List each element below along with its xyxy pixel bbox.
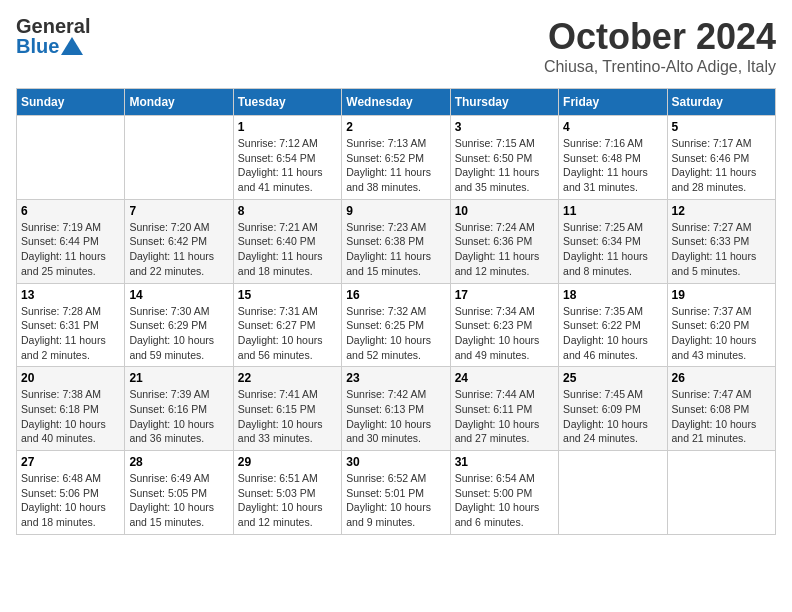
calendar-cell: 17Sunrise: 7:34 AM Sunset: 6:23 PM Dayli… [450, 283, 558, 367]
day-number: 1 [238, 120, 337, 134]
day-number: 26 [672, 371, 771, 385]
day-detail: Sunrise: 7:16 AM Sunset: 6:48 PM Dayligh… [563, 136, 662, 195]
day-detail: Sunrise: 7:25 AM Sunset: 6:34 PM Dayligh… [563, 220, 662, 279]
day-number: 2 [346, 120, 445, 134]
day-detail: Sunrise: 7:37 AM Sunset: 6:20 PM Dayligh… [672, 304, 771, 363]
calendar-cell: 29Sunrise: 6:51 AM Sunset: 5:03 PM Dayli… [233, 451, 341, 535]
day-detail: Sunrise: 6:54 AM Sunset: 5:00 PM Dayligh… [455, 471, 554, 530]
calendar-cell: 2Sunrise: 7:13 AM Sunset: 6:52 PM Daylig… [342, 116, 450, 200]
calendar-cell: 6Sunrise: 7:19 AM Sunset: 6:44 PM Daylig… [17, 199, 125, 283]
day-detail: Sunrise: 7:17 AM Sunset: 6:46 PM Dayligh… [672, 136, 771, 195]
calendar-week-5: 27Sunrise: 6:48 AM Sunset: 5:06 PM Dayli… [17, 451, 776, 535]
svg-marker-0 [61, 37, 83, 55]
day-number: 11 [563, 204, 662, 218]
calendar-cell: 5Sunrise: 7:17 AM Sunset: 6:46 PM Daylig… [667, 116, 775, 200]
logo-general: General [16, 16, 90, 36]
location-title: Chiusa, Trentino-Alto Adige, Italy [544, 58, 776, 76]
calendar-week-2: 6Sunrise: 7:19 AM Sunset: 6:44 PM Daylig… [17, 199, 776, 283]
calendar-week-4: 20Sunrise: 7:38 AM Sunset: 6:18 PM Dayli… [17, 367, 776, 451]
calendar-header-row: SundayMondayTuesdayWednesdayThursdayFrid… [17, 89, 776, 116]
calendar-table: SundayMondayTuesdayWednesdayThursdayFrid… [16, 88, 776, 535]
calendar-cell: 31Sunrise: 6:54 AM Sunset: 5:00 PM Dayli… [450, 451, 558, 535]
calendar-cell: 19Sunrise: 7:37 AM Sunset: 6:20 PM Dayli… [667, 283, 775, 367]
calendar-cell: 1Sunrise: 7:12 AM Sunset: 6:54 PM Daylig… [233, 116, 341, 200]
calendar-cell: 15Sunrise: 7:31 AM Sunset: 6:27 PM Dayli… [233, 283, 341, 367]
day-number: 27 [21, 455, 120, 469]
month-title: October 2024 [544, 16, 776, 58]
day-header-friday: Friday [559, 89, 667, 116]
calendar-cell: 9Sunrise: 7:23 AM Sunset: 6:38 PM Daylig… [342, 199, 450, 283]
calendar-cell [17, 116, 125, 200]
day-number: 9 [346, 204, 445, 218]
day-number: 29 [238, 455, 337, 469]
day-detail: Sunrise: 7:23 AM Sunset: 6:38 PM Dayligh… [346, 220, 445, 279]
calendar-cell: 16Sunrise: 7:32 AM Sunset: 6:25 PM Dayli… [342, 283, 450, 367]
day-number: 23 [346, 371, 445, 385]
calendar-week-3: 13Sunrise: 7:28 AM Sunset: 6:31 PM Dayli… [17, 283, 776, 367]
day-header-thursday: Thursday [450, 89, 558, 116]
calendar-cell: 23Sunrise: 7:42 AM Sunset: 6:13 PM Dayli… [342, 367, 450, 451]
calendar-cell: 30Sunrise: 6:52 AM Sunset: 5:01 PM Dayli… [342, 451, 450, 535]
calendar-cell: 13Sunrise: 7:28 AM Sunset: 6:31 PM Dayli… [17, 283, 125, 367]
calendar-cell: 25Sunrise: 7:45 AM Sunset: 6:09 PM Dayli… [559, 367, 667, 451]
calendar-week-1: 1Sunrise: 7:12 AM Sunset: 6:54 PM Daylig… [17, 116, 776, 200]
day-number: 7 [129, 204, 228, 218]
calendar-body: 1Sunrise: 7:12 AM Sunset: 6:54 PM Daylig… [17, 116, 776, 535]
calendar-cell: 8Sunrise: 7:21 AM Sunset: 6:40 PM Daylig… [233, 199, 341, 283]
calendar-cell: 7Sunrise: 7:20 AM Sunset: 6:42 PM Daylig… [125, 199, 233, 283]
day-detail: Sunrise: 7:42 AM Sunset: 6:13 PM Dayligh… [346, 387, 445, 446]
day-number: 24 [455, 371, 554, 385]
day-number: 28 [129, 455, 228, 469]
calendar-cell: 24Sunrise: 7:44 AM Sunset: 6:11 PM Dayli… [450, 367, 558, 451]
calendar-cell: 26Sunrise: 7:47 AM Sunset: 6:08 PM Dayli… [667, 367, 775, 451]
day-detail: Sunrise: 6:51 AM Sunset: 5:03 PM Dayligh… [238, 471, 337, 530]
title-section: October 2024 Chiusa, Trentino-Alto Adige… [544, 16, 776, 76]
calendar-cell: 3Sunrise: 7:15 AM Sunset: 6:50 PM Daylig… [450, 116, 558, 200]
day-number: 18 [563, 288, 662, 302]
calendar-cell: 11Sunrise: 7:25 AM Sunset: 6:34 PM Dayli… [559, 199, 667, 283]
calendar-cell: 22Sunrise: 7:41 AM Sunset: 6:15 PM Dayli… [233, 367, 341, 451]
calendar-cell [559, 451, 667, 535]
day-number: 20 [21, 371, 120, 385]
day-header-saturday: Saturday [667, 89, 775, 116]
day-detail: Sunrise: 7:21 AM Sunset: 6:40 PM Dayligh… [238, 220, 337, 279]
day-detail: Sunrise: 7:13 AM Sunset: 6:52 PM Dayligh… [346, 136, 445, 195]
day-number: 19 [672, 288, 771, 302]
calendar-cell: 4Sunrise: 7:16 AM Sunset: 6:48 PM Daylig… [559, 116, 667, 200]
day-detail: Sunrise: 7:24 AM Sunset: 6:36 PM Dayligh… [455, 220, 554, 279]
day-detail: Sunrise: 7:41 AM Sunset: 6:15 PM Dayligh… [238, 387, 337, 446]
day-number: 12 [672, 204, 771, 218]
day-detail: Sunrise: 7:35 AM Sunset: 6:22 PM Dayligh… [563, 304, 662, 363]
day-detail: Sunrise: 7:34 AM Sunset: 6:23 PM Dayligh… [455, 304, 554, 363]
day-detail: Sunrise: 7:15 AM Sunset: 6:50 PM Dayligh… [455, 136, 554, 195]
day-number: 6 [21, 204, 120, 218]
day-detail: Sunrise: 7:38 AM Sunset: 6:18 PM Dayligh… [21, 387, 120, 446]
day-header-sunday: Sunday [17, 89, 125, 116]
day-header-wednesday: Wednesday [342, 89, 450, 116]
calendar-cell: 20Sunrise: 7:38 AM Sunset: 6:18 PM Dayli… [17, 367, 125, 451]
calendar-cell [125, 116, 233, 200]
day-detail: Sunrise: 6:49 AM Sunset: 5:05 PM Dayligh… [129, 471, 228, 530]
day-number: 3 [455, 120, 554, 134]
day-detail: Sunrise: 7:28 AM Sunset: 6:31 PM Dayligh… [21, 304, 120, 363]
calendar-cell: 12Sunrise: 7:27 AM Sunset: 6:33 PM Dayli… [667, 199, 775, 283]
day-number: 10 [455, 204, 554, 218]
day-number: 13 [21, 288, 120, 302]
day-number: 14 [129, 288, 228, 302]
day-number: 21 [129, 371, 228, 385]
day-detail: Sunrise: 6:48 AM Sunset: 5:06 PM Dayligh… [21, 471, 120, 530]
calendar-cell [667, 451, 775, 535]
day-number: 17 [455, 288, 554, 302]
calendar-cell: 21Sunrise: 7:39 AM Sunset: 6:16 PM Dayli… [125, 367, 233, 451]
day-detail: Sunrise: 7:20 AM Sunset: 6:42 PM Dayligh… [129, 220, 228, 279]
day-number: 25 [563, 371, 662, 385]
calendar-cell: 10Sunrise: 7:24 AM Sunset: 6:36 PM Dayli… [450, 199, 558, 283]
day-detail: Sunrise: 7:47 AM Sunset: 6:08 PM Dayligh… [672, 387, 771, 446]
day-detail: Sunrise: 7:19 AM Sunset: 6:44 PM Dayligh… [21, 220, 120, 279]
calendar-cell: 14Sunrise: 7:30 AM Sunset: 6:29 PM Dayli… [125, 283, 233, 367]
day-detail: Sunrise: 7:44 AM Sunset: 6:11 PM Dayligh… [455, 387, 554, 446]
day-detail: Sunrise: 7:45 AM Sunset: 6:09 PM Dayligh… [563, 387, 662, 446]
day-detail: Sunrise: 7:32 AM Sunset: 6:25 PM Dayligh… [346, 304, 445, 363]
day-header-monday: Monday [125, 89, 233, 116]
day-number: 22 [238, 371, 337, 385]
